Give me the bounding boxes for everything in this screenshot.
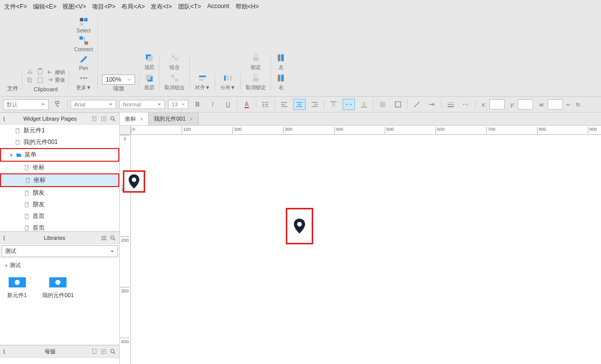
tree-item-label: 坐标 xyxy=(34,176,46,185)
distribute-button[interactable]: 分布▼ xyxy=(219,72,237,92)
tree-page[interactable]: 朋友 xyxy=(0,199,119,210)
close-icon[interactable]: × xyxy=(140,116,143,122)
zoom-select[interactable]: 100% xyxy=(102,75,135,85)
align-right-text[interactable] xyxy=(309,99,321,110)
add-master-icon[interactable] xyxy=(91,348,98,355)
fill-color-button[interactable] xyxy=(377,99,389,110)
weight-select[interactable]: Normal xyxy=(119,100,165,109)
menu-project[interactable]: 项目<P> xyxy=(92,3,115,11)
h-label: h: xyxy=(576,101,581,107)
tree-page[interactable]: 朋友 xyxy=(0,187,119,199)
tab-label: 坐标 xyxy=(125,115,136,123)
collapse-icon[interactable]: ⟨ xyxy=(3,235,9,241)
valign-middle[interactable] xyxy=(343,99,355,110)
align-button[interactable]: 对齐▼ xyxy=(194,72,211,92)
tree-item-label: 首页 xyxy=(32,212,45,221)
font-color-button[interactable] xyxy=(241,99,253,110)
menu-help[interactable]: 帮助<H> xyxy=(236,3,259,11)
menu-account[interactable]: Account xyxy=(207,3,229,11)
tree-item-label: 首页 xyxy=(32,224,45,231)
tree-item-label: 新元件1 xyxy=(23,126,45,135)
collapse-icon[interactable]: ⟨ xyxy=(3,348,9,355)
undo-button[interactable]: 撤销 xyxy=(47,69,65,76)
libraries-panel: ⟨ Libraries 测试 ▾测试 新元件1我的元件001 xyxy=(0,231,119,345)
unlock-button[interactable]: 取消锁定 xyxy=(245,72,267,92)
send-back-button[interactable]: 底层 xyxy=(143,72,155,92)
menu-arrange[interactable]: 布局<A> xyxy=(121,3,145,11)
align-left-button[interactable]: 左 xyxy=(275,52,287,72)
style-select[interactable]: 默认 xyxy=(3,99,49,110)
lib-search-icon[interactable] xyxy=(109,234,116,241)
valign-bottom[interactable] xyxy=(358,99,370,110)
valign-top[interactable] xyxy=(327,99,340,110)
location-marker-widget-1[interactable] xyxy=(123,170,145,193)
menu-view[interactable]: 视图<V> xyxy=(62,3,86,11)
document-tab[interactable]: 坐标× xyxy=(120,113,149,125)
library-category[interactable]: ▾测试 xyxy=(0,259,119,272)
svg-rect-59 xyxy=(448,102,454,103)
close-icon[interactable]: × xyxy=(190,116,193,122)
add-master-folder-icon[interactable] xyxy=(100,348,107,355)
underline-button[interactable]: U xyxy=(222,99,234,110)
ungroup-button[interactable]: 取消组合 xyxy=(163,72,186,92)
library-item[interactable]: 新元件1 xyxy=(7,277,27,299)
align-center-text[interactable] xyxy=(293,99,306,110)
y-input[interactable] xyxy=(518,99,533,110)
add-folder-icon[interactable] xyxy=(100,115,107,122)
bold-button[interactable]: B xyxy=(191,99,204,110)
lib-menu-icon[interactable] xyxy=(100,234,107,241)
tree-page[interactable]: 新元件1 xyxy=(0,125,119,136)
collapse-icon[interactable]: ⟨ xyxy=(3,116,9,122)
font-select[interactable]: Arial xyxy=(71,100,116,109)
search-masters-icon[interactable] xyxy=(109,348,116,355)
paste-special-icon[interactable] xyxy=(37,77,44,85)
tree-page[interactable]: 坐标 xyxy=(0,162,119,173)
menu-edit[interactable]: 编辑<E> xyxy=(33,3,56,11)
align-left-text[interactable] xyxy=(278,99,290,110)
w-input[interactable] xyxy=(548,99,563,110)
pen-tool[interactable]: Pen xyxy=(78,53,90,72)
tree-page[interactable]: 首页 xyxy=(0,222,119,231)
add-page-icon[interactable] xyxy=(91,115,98,122)
bullets-button[interactable] xyxy=(259,99,272,110)
canvas-viewport[interactable]: 0100200300400500600700800900 01002003004… xyxy=(120,126,601,364)
tree-page[interactable]: 我的元件001 xyxy=(0,136,119,148)
more-tools[interactable]: 更多▼ xyxy=(75,72,92,92)
arrow-style-button[interactable] xyxy=(426,99,438,110)
menu-team[interactable]: 团队<T> xyxy=(178,3,201,11)
redo-button[interactable]: 重做 xyxy=(47,77,65,84)
format-painter-icon[interactable] xyxy=(52,99,64,110)
align-right-button[interactable]: 右 xyxy=(275,72,287,92)
lock-button[interactable]: 锁定 xyxy=(250,52,262,72)
library-select[interactable]: 测试 xyxy=(2,245,118,257)
menu-file[interactable]: 文件<F> xyxy=(4,3,27,11)
x-input[interactable] xyxy=(489,99,505,110)
select-tool[interactable]: Select xyxy=(76,16,92,34)
svg-point-64 xyxy=(111,117,114,120)
group-button[interactable]: 组合 xyxy=(169,52,181,72)
cut-icon[interactable] xyxy=(26,68,34,76)
connect-tool[interactable]: Connect xyxy=(73,34,94,53)
line-style-button[interactable] xyxy=(411,99,423,110)
tree-page[interactable]: 坐标 xyxy=(0,173,119,187)
copy-icon[interactable] xyxy=(26,77,34,85)
bring-front-button[interactable]: 顶层 xyxy=(143,52,155,72)
line-width-button[interactable] xyxy=(445,99,457,110)
border-color-button[interactable] xyxy=(392,99,404,110)
tree-page[interactable]: 首页 xyxy=(0,210,119,222)
tree-folder[interactable]: ▾菜单 xyxy=(0,148,119,162)
svg-rect-10 xyxy=(79,37,83,40)
location-marker-widget-2[interactable] xyxy=(286,208,313,244)
line-pattern-button[interactable] xyxy=(460,99,472,110)
menu-publish[interactable]: 发布<I> xyxy=(151,3,172,11)
svg-rect-62 xyxy=(92,116,96,121)
search-pages-icon[interactable] xyxy=(109,115,116,122)
canvas[interactable] xyxy=(131,135,601,364)
link-wh-icon[interactable]: ⇔ xyxy=(566,102,570,107)
paste-icon[interactable] xyxy=(37,68,44,76)
svg-rect-9 xyxy=(84,18,87,22)
size-select[interactable]: 13 xyxy=(168,100,188,109)
library-item[interactable]: 我的元件001 xyxy=(42,277,74,299)
document-tab[interactable]: 我的元件001× xyxy=(149,113,198,125)
italic-button[interactable]: I xyxy=(207,99,219,110)
